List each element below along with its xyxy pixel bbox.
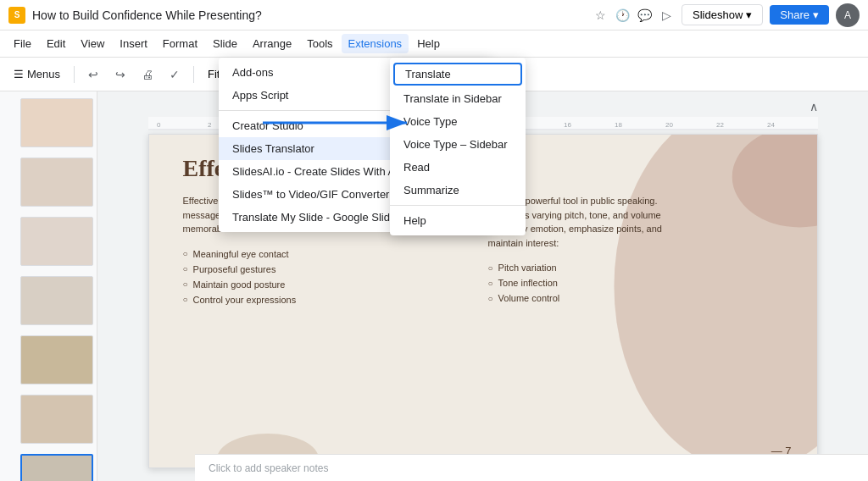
menu-extensions[interactable]: Extensions: [342, 34, 409, 53]
svg-text:24: 24: [767, 121, 775, 129]
slide-item-7[interactable]: 7: [3, 454, 93, 481]
menu-view[interactable]: View: [74, 34, 111, 53]
list-item: Meaningful eye contact: [183, 246, 463, 262]
submenu-separator: [390, 205, 526, 206]
submenu-item-translate-sidebar[interactable]: Translate in Sidebar: [390, 87, 526, 110]
menu-slide[interactable]: Slide: [206, 34, 244, 53]
svg-text:22: 22: [716, 121, 724, 129]
list-item-tone: Tone inflection: [488, 275, 726, 290]
menu-help[interactable]: Help: [410, 34, 447, 53]
slide-item-6[interactable]: 6: [3, 395, 93, 449]
slide-thumbnail-3[interactable]: [20, 217, 93, 266]
svg-text:2: 2: [208, 121, 212, 129]
speaker-notes[interactable]: Click to add speaker notes: [195, 454, 868, 481]
star-icon[interactable]: ☆: [592, 7, 609, 24]
slide-thumbnail-1[interactable]: [20, 98, 93, 147]
title-icons: ☆ 🕐 💬 ▷: [592, 7, 675, 24]
slide-right-list: Pitch variation Tone inflection Volume c…: [488, 260, 726, 306]
speaker-notes-placeholder: Click to add speaker notes: [209, 462, 328, 474]
present-icon[interactable]: ▷: [658, 7, 675, 24]
list-item-volume: Volume control: [488, 290, 726, 306]
history-icon[interactable]: 🕐: [614, 7, 631, 24]
submenu-item-translate[interactable]: Translate: [393, 63, 522, 86]
svg-text:0: 0: [157, 121, 161, 129]
slide-thumbnail-7[interactable]: [20, 454, 93, 481]
document-title: How to Build Confidence While Presenting…: [32, 8, 585, 22]
spellcheck-button[interactable]: ✓: [163, 63, 186, 86]
chevron-down-icon: ▾: [746, 8, 752, 21]
list-item-pitch: Pitch variation: [488, 260, 726, 275]
slide-item-1[interactable]: 1: [3, 98, 93, 152]
submenu-item-help[interactable]: Help: [390, 209, 526, 232]
title-bar: S How to Build Confidence While Presenti…: [0, 0, 868, 30]
slides-panel: 1 2 3 4 5 6 7 8: [0, 91, 97, 481]
menu-insert[interactable]: Insert: [113, 34, 154, 53]
slideshow-button[interactable]: Slideshow ▾: [682, 4, 763, 25]
list-item: Maintain good posture: [183, 277, 463, 292]
menu-edit[interactable]: Edit: [40, 34, 72, 53]
collapse-icon[interactable]: ∧: [810, 100, 818, 113]
toolbar-divider-2: [193, 66, 194, 83]
svg-text:18: 18: [615, 121, 622, 129]
list-item: Control your expressions: [183, 292, 463, 307]
slides-translator-submenu: Translate Translate in Sidebar Voice Typ…: [390, 58, 526, 235]
submenu-item-voice-type[interactable]: Voice Type: [390, 110, 526, 133]
hamburger-icon: ☰: [14, 68, 24, 80]
doc-icon: S: [8, 7, 25, 24]
svg-text:20: 20: [665, 121, 673, 129]
slide-item-2[interactable]: 2: [3, 158, 93, 212]
comment-icon[interactable]: 💬: [636, 7, 653, 24]
submenu-item-voice-type-sidebar[interactable]: Voice Type – Sidebar: [390, 133, 526, 156]
avatar[interactable]: A: [836, 3, 860, 27]
slide-item-5[interactable]: 5: [3, 335, 93, 390]
chevron-down-icon: ▾: [813, 8, 819, 21]
submenu-item-summarize[interactable]: Summarize: [390, 179, 526, 202]
menu-arrange[interactable]: Arrange: [246, 34, 298, 53]
menu-tools[interactable]: Tools: [300, 34, 339, 53]
menu-format[interactable]: Format: [156, 34, 204, 53]
print-button[interactable]: 🖨: [136, 63, 159, 86]
menu-file[interactable]: File: [7, 34, 38, 53]
slide-thumbnail-4[interactable]: [20, 276, 93, 325]
slide-item-3[interactable]: 3: [3, 217, 93, 271]
slide-thumbnail-6[interactable]: [20, 395, 93, 444]
slide-left-list: Meaningful eye contact Purposeful gestur…: [183, 246, 463, 307]
share-button[interactable]: Share ▾: [770, 5, 829, 25]
menu-bar: File Edit View Insert Format Slide Arran…: [0, 30, 868, 58]
redo-button[interactable]: ↪: [108, 63, 132, 86]
list-item: Purposeful gestures: [183, 262, 463, 277]
submenu-item-read[interactable]: Read: [390, 156, 526, 179]
svg-text:16: 16: [564, 121, 571, 129]
undo-button[interactable]: ↩: [81, 63, 105, 86]
toolbar-divider-1: [74, 66, 75, 83]
slide-item-4[interactable]: 4: [3, 276, 93, 330]
slide-thumbnail-5[interactable]: [20, 335, 93, 384]
menus-button[interactable]: ☰ Menus: [7, 64, 67, 84]
slide-thumbnail-2[interactable]: [20, 158, 93, 207]
